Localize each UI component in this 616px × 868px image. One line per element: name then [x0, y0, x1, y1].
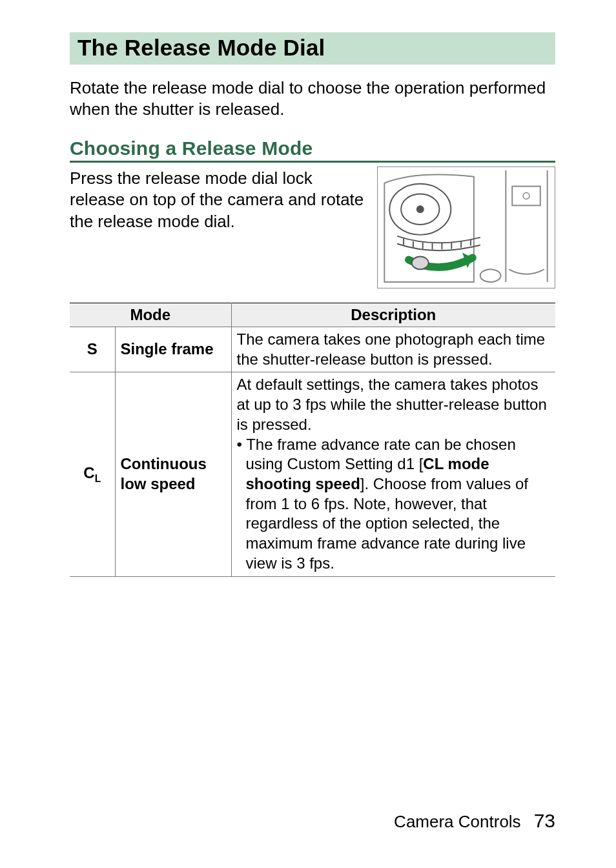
footer-section-label: Camera Controls [394, 812, 521, 832]
camera-dial-illustration [377, 167, 555, 288]
mode-label: Continuous low speed [115, 372, 231, 576]
mode-symbol: S [70, 327, 115, 372]
mode-description-line: At default settings, the camera takes ph… [237, 375, 551, 434]
mode-symbol: CL [70, 372, 115, 576]
page-footer: Camera Controls 73 [394, 810, 555, 832]
section-heading: Choosing a Release Mode [70, 137, 555, 163]
release-mode-table: Mode Description S Single frame The came… [70, 303, 555, 577]
table-row: CL Continuous low speed At default setti… [70, 372, 555, 576]
col-header-description: Description [231, 303, 555, 327]
svg-point-3 [416, 205, 424, 213]
mode-description: The camera takes one photograph each tim… [231, 327, 555, 372]
col-header-mode: Mode [70, 303, 231, 327]
mode-label: Single frame [115, 327, 231, 372]
mode-description: At default settings, the camera takes ph… [231, 372, 555, 576]
section-body: Press the release mode dial lock release… [70, 167, 367, 232]
page-title: The Release Mode Dial [70, 32, 555, 65]
svg-point-13 [412, 257, 429, 270]
table-header-row: Mode Description [70, 303, 555, 327]
table-row: S Single frame The camera takes one phot… [70, 327, 555, 372]
page-number: 73 [534, 810, 555, 832]
intro-text: Rotate the release mode dial to choose t… [70, 77, 555, 119]
subsection-block: Press the release mode dial lock release… [70, 167, 555, 288]
mode-description-bullet: The frame advance rate can be chosen usi… [237, 435, 551, 574]
